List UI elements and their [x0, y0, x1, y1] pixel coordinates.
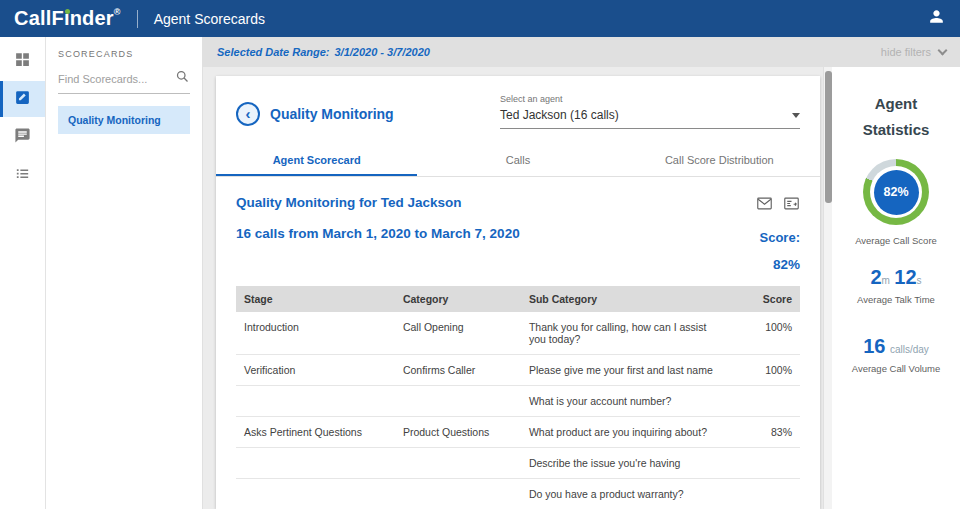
talk-minutes-unit: m	[882, 275, 890, 286]
dashboard-grid-icon	[14, 51, 31, 72]
average-call-volume-label: Average Call Volume	[832, 363, 960, 374]
table-row: Do you have a product warranty?	[236, 479, 800, 509]
dropdown-caret-icon	[792, 113, 800, 118]
cell-subcategory: Please give me your first and last name	[529, 364, 744, 376]
talk-seconds: 12	[894, 266, 916, 288]
cell-category: Confirms Caller	[403, 364, 529, 376]
volume-unit: calls/day	[890, 344, 929, 355]
scorecard-card: ‹ Quality Monitoring Select an agent Ted…	[216, 76, 820, 509]
topbar-divider	[137, 10, 138, 28]
back-button[interactable]: ‹	[236, 102, 260, 126]
filter-bar: Selected Date Range: 3/1/2020 - 3/7/2020…	[203, 37, 960, 67]
scorecard-edit-icon	[14, 89, 31, 110]
tab-calls[interactable]: Calls	[417, 145, 618, 176]
sidebar-section-label: SCORECARDS	[58, 49, 190, 59]
agent-statistics-panel: Agent Statistics 82% Average Call Score …	[832, 67, 960, 509]
logo-i-green-dot: ı	[64, 7, 70, 29]
vertical-scrollbar[interactable]	[823, 67, 832, 509]
donut-hole: 82%	[870, 166, 922, 218]
rail-item-comments[interactable]	[0, 119, 45, 155]
table-row: Describe the issue you're having	[236, 448, 800, 479]
chevron-down-icon	[938, 45, 948, 55]
cell-stage: Verification	[244, 364, 403, 376]
search-input[interactable]	[58, 73, 175, 85]
rail-item-list[interactable]	[0, 157, 45, 193]
average-call-score-label: Average Call Score	[832, 235, 960, 246]
scorecard-search	[58, 69, 190, 94]
talk-minutes: 2	[870, 266, 881, 288]
cell-category: Product Questions	[403, 426, 529, 438]
cell-subcategory: What is your account number?	[529, 395, 744, 407]
app-title: Agent Scorecards	[154, 11, 265, 27]
score-label: Score:	[760, 230, 800, 245]
average-call-volume-value: 16 calls/day	[832, 335, 960, 358]
sidebar-item-quality-monitoring[interactable]: Quality Monitoring	[58, 106, 190, 134]
top-bar: CallFınder® Agent Scorecards	[0, 0, 960, 37]
volume-number: 16	[863, 335, 885, 357]
email-icon[interactable]	[756, 195, 773, 216]
cell-stage: Introduction	[244, 321, 403, 333]
cell-stage: Asks Pertinent Questions	[244, 426, 403, 438]
average-talk-time-label: Average Talk Time	[832, 294, 960, 305]
report-title: Quality Monitoring for Ted Jackson	[236, 195, 520, 210]
cell-category: Call Opening	[403, 321, 529, 333]
stats-title-line1: Agent	[832, 91, 960, 117]
card-wrapper: ‹ Quality Monitoring Select an agent Ted…	[203, 67, 823, 509]
tab-call-score-distribution[interactable]: Call Score Distribution	[619, 145, 820, 176]
cell-subcategory: Do you have a product warranty?	[529, 488, 744, 500]
cell-score: 83%	[744, 426, 792, 438]
scorecard-table: Stage Category Sub Category Score Introd…	[236, 286, 800, 509]
logo-text: CallF	[14, 7, 64, 29]
logo-text-2: nder	[70, 7, 114, 29]
stats-title: Agent Statistics	[832, 91, 960, 143]
column-header-category: Category	[403, 293, 529, 305]
table-row: Asks Pertinent Questions Product Questio…	[236, 417, 800, 448]
user-account-icon[interactable]	[927, 7, 946, 30]
main-area: Selected Date Range: 3/1/2020 - 3/7/2020…	[203, 37, 960, 509]
scrollbar-thumb[interactable]	[825, 71, 832, 203]
list-icon	[14, 165, 31, 186]
cell-subcategory: What product are you inquiring about?	[529, 426, 744, 438]
score-value: 82%	[773, 257, 800, 272]
tab-agent-scorecard[interactable]: Agent Scorecard	[216, 145, 417, 176]
export-icon[interactable]	[783, 195, 800, 216]
agent-selected-value: Ted Jackson (16 calls)	[500, 108, 619, 122]
table-row: Verification Confirms Caller Please give…	[236, 355, 800, 386]
rail-item-dashboard[interactable]	[0, 43, 45, 79]
donut-percent-label: 82%	[874, 170, 919, 215]
date-range-label: Selected Date Range:	[217, 46, 329, 58]
scorecards-sidebar: SCORECARDS Quality Monitoring	[46, 37, 203, 509]
stats-title-line2: Statistics	[832, 117, 960, 143]
cell-score: 100%	[744, 364, 792, 376]
table-row: Introduction Call Opening Thank you for …	[236, 312, 800, 355]
search-icon[interactable]	[175, 69, 190, 88]
icon-rail	[0, 37, 46, 509]
average-score-donut: 82%	[863, 159, 929, 225]
hide-filters-button[interactable]: hide filters	[881, 46, 946, 58]
registered-mark: ®	[114, 7, 121, 17]
report-subtitle: 16 calls from March 1, 2020 to March 7, …	[236, 226, 520, 241]
talk-seconds-unit: s	[917, 275, 922, 286]
average-talk-time-value: 2m 12s	[832, 266, 960, 289]
agent-select-label: Select an agent	[500, 94, 800, 104]
cell-subcategory: Describe the issue you're having	[529, 457, 744, 469]
chat-bubble-icon	[14, 127, 31, 148]
cell-subcategory: Thank you for calling, how can I assist …	[529, 321, 744, 345]
table-row: What is your account number?	[236, 386, 800, 417]
agent-select-dropdown[interactable]: Select an agent Ted Jackson (16 calls)	[500, 94, 800, 129]
cell-score: 100%	[744, 321, 792, 333]
column-header-stage: Stage	[244, 293, 403, 305]
column-header-subcategory: Sub Category	[529, 293, 744, 305]
callfinder-logo: CallFınder®	[14, 7, 121, 30]
tab-bar: Agent Scorecard Calls Call Score Distrib…	[216, 145, 820, 177]
hide-filters-label: hide filters	[881, 46, 931, 58]
rail-item-scorecards[interactable]	[0, 81, 45, 117]
column-header-score: Score	[744, 293, 792, 305]
page-title: Quality Monitoring	[270, 106, 394, 122]
date-range-value: 3/1/2020 - 3/7/2020	[334, 46, 429, 58]
table-header-row: Stage Category Sub Category Score	[236, 286, 800, 312]
